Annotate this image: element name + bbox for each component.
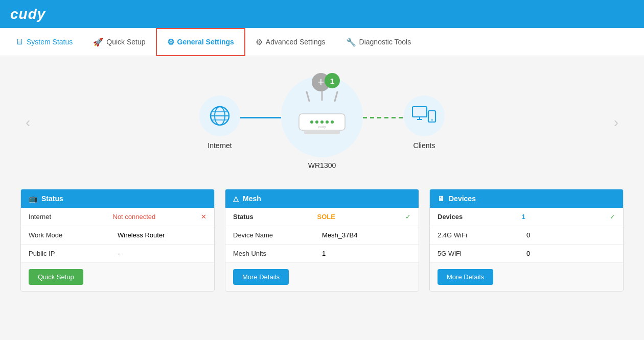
- internet-to-router-line: [240, 117, 281, 118]
- prev-arrow-button[interactable]: ‹: [20, 109, 35, 136]
- mesh-status-value: SOLE: [317, 213, 402, 221]
- internet-value: Not connected: [113, 213, 197, 221]
- mesh-card-footer: More Details: [225, 262, 419, 291]
- wifi-24g-row: 2.4G WiFi 0: [430, 226, 623, 245]
- devices-more-details-button[interactable]: More Details: [438, 269, 493, 285]
- mesh-units-label: Mesh Units: [233, 250, 322, 257]
- status-internet-row: Internet Not connected ✕: [21, 208, 214, 226]
- nav-general-settings[interactable]: ⚙ General Settings: [156, 28, 245, 56]
- mesh-card-body: Status SOLE ✓ Device Name Mesh_37B4 Mesh…: [225, 208, 419, 262]
- app-header: cudy: [0, 0, 644, 28]
- network-diagram: ‹ Internet: [20, 66, 624, 179]
- work-mode-row: Work Mode Wireless Router: [21, 226, 214, 245]
- svg-point-13: [331, 120, 334, 124]
- svg-rect-16: [412, 107, 427, 117]
- devices-card: 🖥 Devices Devices 1 ✓ 2.4G WiFi 0 5G WiF…: [429, 189, 624, 292]
- mesh-more-details-button[interactable]: More Details: [233, 269, 289, 285]
- internet-node: Internet: [199, 95, 240, 150]
- devices-count-row: Devices 1 ✓: [430, 208, 623, 226]
- clients-node: Clients: [404, 95, 445, 150]
- internet-label: Internet: [208, 141, 232, 150]
- mesh-units-value: 1: [322, 250, 411, 257]
- public-ip-label: Public IP: [29, 250, 118, 257]
- svg-point-9: [310, 120, 313, 124]
- mesh-card: △ Mesh Status SOLE ✓ Device Name Mesh_37…: [225, 189, 419, 292]
- main-content: ‹ Internet: [0, 56, 644, 302]
- wifi-5g-value: 0: [526, 250, 615, 257]
- devices-label: Devices: [438, 213, 522, 221]
- diagnostic-tools-icon: 🔧: [346, 37, 356, 47]
- router-image: cudy: [294, 91, 350, 142]
- wifi-24g-label: 2.4G WiFi: [438, 231, 526, 239]
- diagram-inner: Internet + 1: [199, 76, 445, 169]
- system-status-icon: 🖥: [15, 37, 24, 46]
- router-model-name: WR1300: [308, 161, 336, 169]
- general-settings-icon: ⚙: [167, 37, 174, 47]
- quick-setup-icon: 🚀: [93, 37, 103, 47]
- devices-card-body: Devices 1 ✓ 2.4G WiFi 0 5G WiFi 0: [430, 208, 623, 262]
- device-count-badge: 1: [325, 73, 340, 88]
- devices-card-footer: More Details: [430, 262, 623, 291]
- mesh-status-icon: ✓: [405, 213, 411, 221]
- mesh-units-row: Mesh Units 1: [225, 245, 419, 262]
- internet-label: Internet: [29, 213, 113, 221]
- wifi-5g-label: 5G WiFi: [438, 250, 526, 257]
- status-header-icon: 📺: [29, 195, 37, 203]
- public-ip-row: Public IP -: [21, 245, 214, 262]
- next-arrow-button[interactable]: ›: [609, 109, 624, 136]
- status-card: 📺 Status Internet Not connected ✕ Work M…: [20, 189, 215, 292]
- router-to-clients-line: [363, 117, 404, 118]
- globe-icon-circle: [199, 95, 240, 136]
- status-card-body: Internet Not connected ✕ Work Mode Wirel…: [21, 208, 214, 262]
- public-ip-value: -: [118, 250, 206, 257]
- router-area: + 1: [281, 76, 363, 169]
- svg-line-7: [335, 92, 337, 101]
- svg-point-10: [315, 120, 318, 124]
- internet-status-icon: ✕: [201, 213, 206, 221]
- svg-line-5: [307, 92, 309, 101]
- devices-card-header: 🖥 Devices: [430, 189, 623, 208]
- devices-status-icon: ✓: [610, 213, 615, 221]
- clients-icon-circle: [404, 95, 445, 136]
- main-nav: 🖥 System Status 🚀 Quick Setup ⚙ General …: [0, 28, 644, 56]
- devices-header-icon: 🖥: [438, 195, 445, 203]
- clients-icon: [412, 106, 436, 126]
- work-mode-label: Work Mode: [29, 231, 118, 239]
- mesh-device-name-value: Mesh_37B4: [322, 231, 411, 239]
- nav-advanced-settings[interactable]: ⚙ Advanced Settings: [245, 28, 336, 56]
- devices-value: 1: [522, 213, 606, 221]
- advanced-settings-icon: ⚙: [256, 37, 263, 47]
- clients-label: Clients: [413, 141, 435, 150]
- nav-quick-setup[interactable]: 🚀 Quick Setup: [83, 28, 155, 56]
- mesh-status-row: Status SOLE ✓: [225, 208, 419, 226]
- nav-system-status[interactable]: 🖥 System Status: [5, 28, 83, 56]
- mesh-device-name-label: Device Name: [233, 231, 322, 239]
- status-card-footer: Quick Setup: [21, 262, 214, 291]
- svg-point-11: [320, 120, 324, 124]
- svg-text:cudy: cudy: [318, 125, 326, 129]
- svg-point-12: [326, 120, 329, 124]
- nav-diagnostic-tools[interactable]: 🔧 Diagnostic Tools: [336, 28, 422, 56]
- wifi-24g-value: 0: [526, 231, 615, 239]
- app-logo: cudy: [10, 6, 45, 22]
- quick-setup-button[interactable]: Quick Setup: [29, 269, 83, 285]
- globe-icon: [209, 105, 231, 127]
- mesh-card-header: △ Mesh: [225, 189, 419, 208]
- info-cards: 📺 Status Internet Not connected ✕ Work M…: [20, 189, 624, 292]
- mesh-status-label: Status: [233, 213, 317, 221]
- wifi-5g-row: 5G WiFi 0: [430, 245, 623, 262]
- status-card-header: 📺 Status: [21, 189, 214, 208]
- mesh-device-name-row: Device Name Mesh_37B4: [225, 226, 419, 245]
- mesh-header-icon: △: [233, 195, 239, 203]
- svg-rect-14: [304, 130, 340, 134]
- work-mode-value: Wireless Router: [118, 231, 206, 239]
